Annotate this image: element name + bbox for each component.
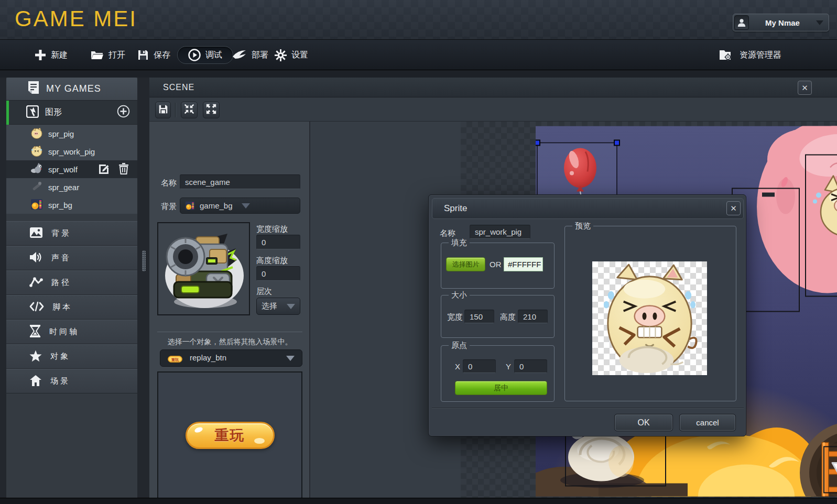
preview-fieldset: 预览: [564, 226, 736, 401]
deploy-icon: [232, 49, 247, 61]
y-input[interactable]: 0: [514, 359, 547, 373]
x-input[interactable]: 0: [463, 359, 496, 373]
cancel-button[interactable]: cancel: [680, 414, 735, 431]
dialog-close-button[interactable]: ✕: [726, 201, 741, 215]
scene-panel-close-button[interactable]: ✕: [798, 81, 812, 95]
sidebar-item-object[interactable]: 对象: [6, 344, 137, 369]
deploy-button[interactable]: 部署: [232, 40, 268, 70]
graphics-label: 图形: [45, 107, 62, 118]
width-label: 宽度: [447, 312, 463, 322]
sidebar-scrollbar[interactable]: [142, 250, 146, 271]
scene-name-input[interactable]: scene_game: [180, 174, 300, 189]
sidebar-item-path[interactable]: 路径: [6, 270, 137, 295]
name-label: 名称: [161, 178, 177, 188]
open-button[interactable]: 打开: [90, 40, 125, 70]
center-button[interactable]: 居中: [455, 381, 547, 395]
sidebar-item-graphics[interactable]: 图形: [6, 101, 137, 125]
debug-label: 调试: [205, 50, 222, 61]
spr-bg-thumb: [30, 198, 43, 212]
play-icon: [188, 49, 201, 61]
ok-button[interactable]: OK: [615, 414, 672, 431]
save-label: 保存: [154, 50, 170, 61]
width-input[interactable]: 150: [464, 310, 494, 323]
user-avatar-icon: [734, 15, 749, 30]
drag-hint-text: 选择一个对象，然后将其拖入场景中。: [149, 337, 310, 347]
save-button[interactable]: 保存: [137, 40, 170, 70]
object-value: replay_btn: [190, 353, 226, 362]
sprite-item-spr-bg[interactable]: spr_bg: [6, 196, 137, 214]
deploy-label: 部署: [252, 50, 268, 61]
main-toolbar: 新建 打开 保存 调试 部署 设置 资源管理器: [0, 40, 837, 70]
sprite-name: spr_pig: [48, 129, 74, 138]
background-label: 背景: [161, 202, 177, 212]
fill-fieldset: 填充 选择图片 OR #FFFFFF: [441, 243, 555, 289]
gear-icon: [275, 49, 287, 61]
sidebar: MY GAMES 图形 spr_pig spr_work_pig spr_wol…: [6, 78, 137, 498]
add-sprite-button[interactable]: [117, 105, 130, 120]
y-label: Y: [506, 362, 511, 371]
layer-label: 层次: [256, 287, 272, 297]
origin-fieldset: 原点 X 0 Y 0 居中: [441, 345, 555, 402]
object-dropdown[interactable]: 重玩 replay_btn: [160, 349, 302, 367]
layer-value: 选择: [262, 301, 277, 311]
star-icon: [29, 350, 42, 364]
sidebar-item-timeline[interactable]: 时间轴: [6, 320, 137, 344]
or-label: OR: [490, 260, 502, 269]
collapse-icon: [184, 104, 194, 116]
trash-icon[interactable]: [118, 162, 129, 176]
height-scale-input[interactable]: 0: [256, 266, 300, 281]
sprite-item-spr-wolf[interactable]: spr_wolf: [6, 160, 137, 178]
dialog-title: Sprite: [444, 203, 467, 214]
replay-btn-thumb: 重玩: [168, 355, 182, 365]
height-scale-label: 高度缩放: [256, 256, 288, 266]
layer-dropdown[interactable]: 选择: [256, 298, 300, 315]
svg-text:重玩: 重玩: [171, 358, 179, 362]
sidebar-item-script[interactable]: 脚本: [6, 295, 137, 320]
height-input[interactable]: 210: [518, 310, 548, 323]
user-menu[interactable]: My Nmae: [733, 14, 829, 31]
dialog-titlebar[interactable]: Sprite: [432, 198, 744, 219]
sprite-item-spr-gear[interactable]: spr_gear: [6, 178, 137, 196]
background-dropdown[interactable]: game_bg: [180, 198, 300, 214]
sidebar-item-background[interactable]: 背景: [6, 221, 137, 246]
new-label: 新建: [51, 50, 68, 61]
resource-manager-button[interactable]: 资源管理器: [719, 40, 781, 70]
sprite-name: spr_bg: [48, 201, 72, 210]
sprite-name-input[interactable]: spr_work_pig: [470, 225, 530, 239]
sprite-item-spr-pig[interactable]: spr_pig: [6, 125, 137, 143]
size-fieldset: 大小 宽度 150 高度 210: [441, 295, 555, 338]
sidebar-empty-area: [6, 393, 137, 498]
sprite-item-spr-work-pig[interactable]: spr_work_pig: [6, 143, 137, 160]
sidebar-item-sound[interactable]: 声音: [6, 246, 137, 270]
save-icon: [158, 104, 168, 116]
edit-icon[interactable]: [99, 163, 110, 176]
sprite-name: spr_work_pig: [48, 147, 95, 156]
user-name: My Nmae: [749, 18, 816, 27]
open-label: 打开: [108, 50, 125, 61]
game-bg-thumb: [185, 201, 195, 211]
section-label: 背景: [51, 228, 71, 238]
fill-color-input[interactable]: #FFFFFF: [504, 257, 543, 271]
height-label: 高度: [500, 312, 516, 322]
gear-machine-image: [158, 223, 249, 314]
new-button[interactable]: 新建: [35, 40, 68, 70]
expand-view-button[interactable]: [203, 102, 220, 118]
size-legend: 大小: [449, 290, 470, 300]
active-indicator: [6, 101, 9, 125]
chevron-down-icon: [816, 20, 823, 25]
scene-properties: 名称 scene_game 背景 game_bg: [149, 122, 310, 498]
background-preview: [157, 222, 250, 315]
sprite-preview-image: [592, 261, 707, 375]
scene-save-button[interactable]: [155, 102, 171, 118]
chevron-down-icon: [242, 203, 250, 209]
settings-button[interactable]: 设置: [275, 40, 308, 70]
sidebar-item-scene[interactable]: 场景: [6, 369, 137, 393]
width-scale-label: 宽度缩放: [256, 224, 288, 234]
debug-button[interactable]: 调试: [177, 46, 233, 64]
chevron-down-icon: [287, 304, 295, 309]
dialog-footer-divider: [432, 408, 744, 408]
choose-image-button[interactable]: 选择图片: [446, 257, 485, 271]
width-scale-input[interactable]: 0: [256, 235, 300, 249]
collapse-view-button[interactable]: [181, 102, 198, 118]
section-label: 时间轴: [49, 327, 79, 337]
